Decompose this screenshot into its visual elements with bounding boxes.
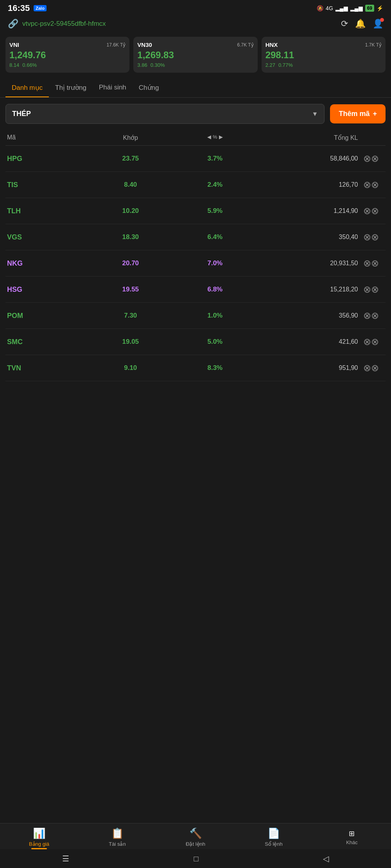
- signal-icon: 4G: [326, 5, 333, 11]
- bang-gia-icon: 📊: [33, 827, 45, 839]
- stock-price: 23.75: [85, 155, 176, 163]
- stock-volume: 1,214,90: [254, 207, 358, 214]
- bottom-nav: 📊 Bảng giá 📋 Tài sản 🔨 Đặt lệnh 📄 Sổ lện…: [0, 823, 391, 849]
- table-row[interactable]: HSG 19.55 6.8% 15,218,20 ⊗: [5, 277, 386, 303]
- system-home-icon[interactable]: □: [186, 851, 206, 866]
- dat-lenh-label: Đặt lệnh: [186, 841, 205, 847]
- charging-icon: ⚡: [377, 5, 383, 11]
- tab-chung[interactable]: Chứng: [133, 78, 165, 97]
- nav-dat-lenh[interactable]: 🔨 Đặt lệnh: [156, 823, 235, 849]
- table-header: Mã Khớp ◀ % ▶ Tổng KL: [5, 130, 386, 146]
- table-row[interactable]: TIS 8.40 2.4% 126,70 ⊗: [5, 172, 386, 198]
- remove-stock-button[interactable]: ⊗: [365, 205, 377, 217]
- stock-volume: 356,90: [254, 312, 358, 319]
- stock-code: NKG: [7, 259, 85, 268]
- col-header-volume: Tổng KL: [254, 134, 358, 141]
- stock-price: 18.30: [85, 233, 176, 241]
- tab-danh-muc[interactable]: Danh mục: [5, 78, 49, 97]
- remove-stock-button[interactable]: ⊗: [365, 310, 377, 321]
- stock-code: VGS: [7, 233, 85, 241]
- dropdown-arrow-icon: ▼: [312, 111, 318, 118]
- prev-arrow-icon[interactable]: ◀: [207, 134, 211, 140]
- remove-stock-button[interactable]: ⊗: [365, 257, 377, 269]
- battery-indicator: 69: [365, 5, 374, 12]
- remove-stock-button[interactable]: ⊗: [365, 231, 377, 243]
- nav-so-lenh[interactable]: 📄 Sổ lệnh: [235, 823, 313, 849]
- index-change-hnx: 2.27 0.77%: [265, 62, 382, 68]
- table-row[interactable]: TVN 9.10 8.3% 951,90 ⊗: [5, 355, 386, 381]
- stock-price: 19.55: [85, 286, 176, 293]
- remove-stock-button[interactable]: ⊗: [365, 336, 377, 348]
- dat-lenh-icon: 🔨: [189, 827, 202, 839]
- change-pct-vn30: 0.30%: [151, 62, 165, 68]
- market-card-vn30[interactable]: VN30 6.7K Tỷ 1,269.83 3.86 0.30%: [133, 37, 257, 73]
- chain-icon: 🔗: [8, 19, 18, 29]
- khac-icon: ⊞: [349, 829, 355, 838]
- nav-bang-gia[interactable]: 📊 Bảng giá: [0, 823, 78, 849]
- table-row[interactable]: POM 7.30 1.0% 356,90 ⊗: [5, 303, 386, 329]
- change-pct-vni: 0.66%: [22, 62, 37, 68]
- mute-icon: 🔕: [317, 5, 323, 11]
- col-header-action: [358, 134, 384, 141]
- nav-tai-san[interactable]: 📋 Tài sản: [78, 823, 156, 849]
- index-change-vn30: 3.86 0.30%: [137, 62, 253, 68]
- stock-volume: 350,40: [254, 234, 358, 241]
- add-code-button[interactable]: Thêm mã +: [330, 104, 386, 123]
- table-row[interactable]: VGS 18.30 6.4% 350,40 ⊗: [5, 224, 386, 250]
- table-row[interactable]: HPG 23.75 3.7% 58,846,00 ⊗: [5, 146, 386, 172]
- stock-percent: 2.4%: [176, 181, 254, 189]
- status-icons: 🔕 4G ▂▄▆ ▂▄▆ 69 ⚡: [317, 5, 383, 12]
- stock-percent: 5.0%: [176, 338, 254, 346]
- refresh-icon[interactable]: ⟳: [341, 19, 348, 29]
- index-price-vni: 1,249.76: [9, 50, 126, 61]
- market-cards: VNI 17.6K Tỷ 1,249.76 8.14 0.66% VN30 6.…: [0, 34, 391, 78]
- stock-price: 8.40: [85, 181, 176, 189]
- stock-percent: 6.8%: [176, 286, 254, 293]
- table-row[interactable]: TLH 10.20 5.9% 1,214,90 ⊗: [5, 198, 386, 224]
- bell-icon[interactable]: 🔔: [355, 19, 366, 29]
- tai-san-icon: 📋: [111, 827, 124, 839]
- index-name-hnx: HNX: [265, 41, 278, 48]
- remove-stock-button[interactable]: ⊗: [365, 284, 377, 295]
- watchlist-selector[interactable]: THÉP ▼: [5, 104, 325, 124]
- system-bar: ☰ □ ◁: [0, 849, 391, 868]
- remove-stock-button[interactable]: ⊗: [365, 153, 377, 164]
- stock-volume: 58,846,00: [254, 155, 358, 162]
- market-card-vni[interactable]: VNI 17.6K Tỷ 1,249.76 8.14 0.66%: [5, 37, 129, 73]
- change-value-vni: 8.14: [9, 62, 19, 68]
- remove-stock-button[interactable]: ⊗: [365, 179, 377, 191]
- remove-stock-button[interactable]: ⊗: [365, 362, 377, 374]
- stock-volume: 951,90: [254, 364, 358, 371]
- index-volume-vn30: 6.7K Tỷ: [237, 42, 254, 48]
- stock-price: 9.10: [85, 364, 176, 372]
- notification-dot: [380, 18, 384, 22]
- user-icon[interactable]: 👤: [373, 19, 383, 29]
- signal-bars: ▂▄▆: [335, 5, 348, 11]
- col-header-price: Khớp: [85, 134, 176, 141]
- stock-code: TVN: [7, 364, 85, 372]
- stock-code: SMC: [7, 338, 85, 346]
- system-menu-icon[interactable]: ☰: [54, 851, 77, 866]
- stock-percent: 5.9%: [176, 207, 254, 215]
- stock-code: HSG: [7, 286, 85, 294]
- system-back-icon[interactable]: ◁: [315, 851, 337, 866]
- stock-volume: 421,60: [254, 338, 358, 345]
- next-arrow-icon[interactable]: ▶: [219, 134, 223, 140]
- col-header-percent: ◀ % ▶: [176, 134, 254, 141]
- watchlist-controls: THÉP ▼ Thêm mã +: [0, 98, 391, 130]
- table-row[interactable]: NKG 20.70 7.0% 20,931,50 ⊗: [5, 250, 386, 277]
- stock-percent: 1.0%: [176, 312, 254, 320]
- zalo-badge: Zalo: [34, 5, 47, 11]
- status-time: 16:35 Zalo: [8, 3, 47, 13]
- table-row[interactable]: SMC 19.05 5.0% 421,60 ⊗: [5, 329, 386, 355]
- stock-percent: 3.7%: [176, 155, 254, 163]
- stock-price: 20.70: [85, 259, 176, 267]
- tab-thi-truong[interactable]: Thị trường: [49, 78, 93, 97]
- watchlist-name: THÉP: [12, 110, 31, 118]
- nav-khac[interactable]: ⊞ Khác: [313, 823, 391, 849]
- index-price-hnx: 298.11: [265, 50, 382, 61]
- index-price-vn30: 1,269.83: [137, 50, 253, 61]
- market-card-hnx[interactable]: HNX 1.7K Tỷ 298.11 2.27 0.77%: [262, 37, 386, 73]
- tab-phai-sinh[interactable]: Phái sinh: [93, 78, 133, 97]
- stock-price: 19.05: [85, 338, 176, 346]
